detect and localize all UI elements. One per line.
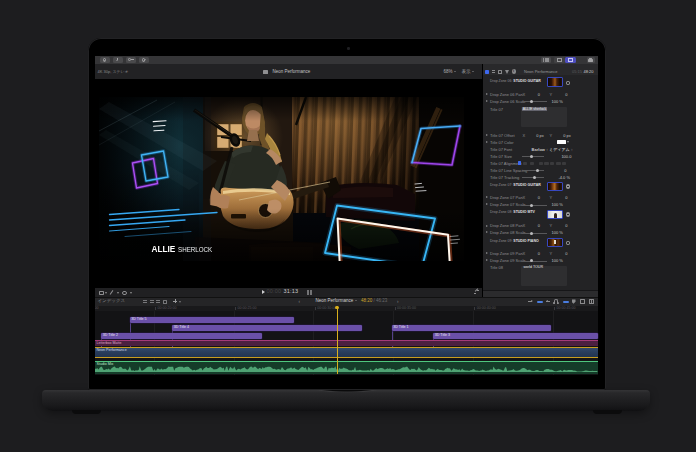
svg-text:ALLIE: ALLIE	[151, 243, 175, 253]
svg-text:SHERLOCK: SHERLOCK	[178, 244, 212, 253]
